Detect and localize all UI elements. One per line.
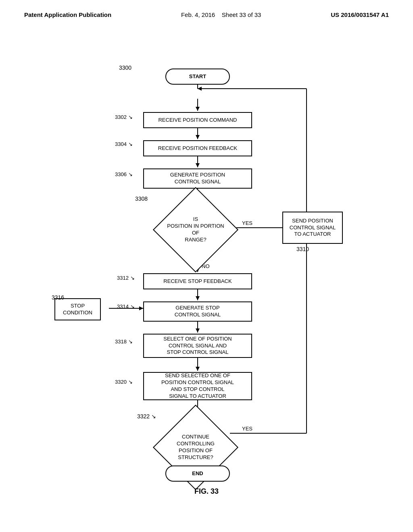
node-3304: RECEIVE POSITION FEEDBACK <box>143 140 252 156</box>
ref-3322: 3322 ↘ <box>137 413 156 420</box>
node-3316: STOP CONDITION <box>54 298 101 320</box>
node-3314: GENERATE STOP CONTROL SIGNAL <box>143 301 252 322</box>
svg-marker-1 <box>196 107 200 111</box>
node-3310: SEND POSITION CONTROL SIGNAL TO ACTUATOR <box>282 212 343 244</box>
flowchart-area: YES NO NO <box>0 52 413 512</box>
patent-number: US 2016/0031547 A1 <box>331 11 389 18</box>
ref-3310: 3310 <box>296 246 309 252</box>
date-label: Feb. 4, 2016 <box>181 11 215 18</box>
publication-label: Patent Application Publication <box>24 11 111 18</box>
svg-marker-22 <box>196 367 200 371</box>
diagram-number-label: 3300 <box>119 64 131 71</box>
node-3302: RECEIVE POSITION COMMAND <box>143 112 252 128</box>
start-node: START <box>165 69 230 85</box>
node-3306: GENERATE POSITION CONTROL SIGNAL <box>143 168 252 189</box>
ref-3306: 3306 ↘ <box>115 171 133 177</box>
node-3312: RECEIVE STOP FEEDBACK <box>143 273 252 289</box>
ref-3320: 3320 ↘ <box>115 379 133 385</box>
svg-marker-5 <box>196 163 200 167</box>
svg-text:YES: YES <box>242 220 252 226</box>
svg-marker-3 <box>196 135 200 139</box>
node-3318: SELECT ONE OF POSITION CONTROL SIGNAL AN… <box>143 334 252 358</box>
page-header: Patent Application Publication Feb. 4, 2… <box>0 0 413 18</box>
ref-3302: 3302 ↘ <box>115 114 133 120</box>
figure-label: FIG. 33 <box>194 487 219 496</box>
svg-marker-34 <box>198 87 202 91</box>
svg-text:YES: YES <box>242 426 252 432</box>
node-3320: SEND SELECTED ONE OF POSITION CONTROL SI… <box>143 372 252 400</box>
svg-marker-15 <box>196 296 200 300</box>
ref-3316: 3316 <box>52 294 64 301</box>
end-node: END <box>165 466 230 482</box>
svg-marker-17 <box>196 328 200 332</box>
ref-3318: 3318 ↘ <box>115 339 133 345</box>
svg-marker-19 <box>139 306 143 310</box>
ref-3304: 3304 ↘ <box>115 141 133 147</box>
header-center: Feb. 4, 2016 Sheet 33 of 33 <box>181 11 261 18</box>
node-3308: ISPOSITION IN PORTION OFRANGE? <box>163 197 228 262</box>
sheet-label: Sheet 33 of 33 <box>222 11 261 18</box>
ref-3314: 3314 ↘ <box>117 303 135 310</box>
ref-3308: 3308 <box>135 195 148 202</box>
ref-3312: 3312 ↘ <box>117 275 135 281</box>
